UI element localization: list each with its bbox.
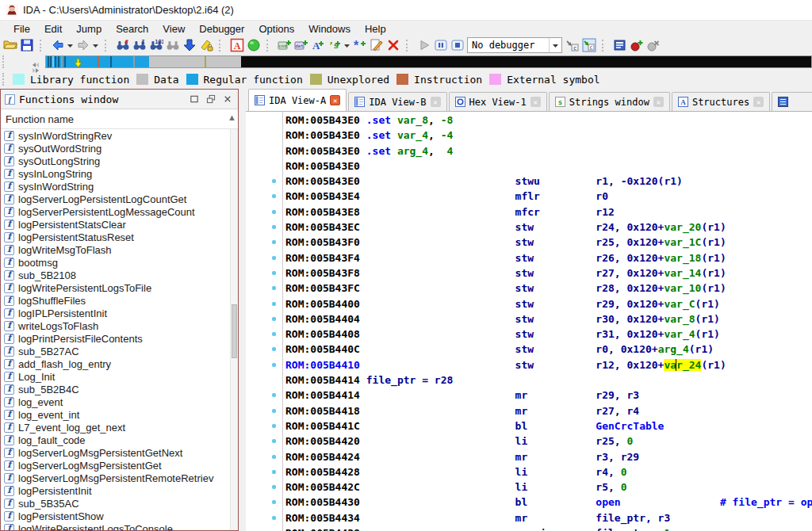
disasm-line[interactable]: ROM:005B4404 stw r30, 0x120+var_8(r1)	[246, 311, 812, 327]
tab-enums[interactable]	[772, 92, 812, 111]
jump-forward-icon[interactable]	[75, 37, 91, 53]
function-list-item[interactable]: fsub_5B2108	[1, 269, 238, 281]
breakpoint-list-icon[interactable]	[611, 37, 628, 53]
attach-to-process-icon[interactable]: c	[564, 37, 580, 53]
function-list-item[interactable]: fsysOutLongString	[1, 155, 238, 167]
make-code-icon[interactable]: cod	[276, 37, 293, 53]
menu-help[interactable]: Help	[358, 22, 393, 36]
nav-right-icon[interactable]	[32, 62, 40, 66]
undefine-icon[interactable]	[385, 37, 401, 53]
disasm-line[interactable]: ROM:005B43F4 stw r26, 0x120+var_18(r1)	[246, 250, 812, 266]
function-list-item[interactable]: fsysInWordString	[1, 180, 238, 193]
disasm-line[interactable]: ROM:005B43E8 mfcr r12	[246, 204, 812, 220]
make-name-icon[interactable]: A	[309, 37, 326, 53]
function-list-item[interactable]: fLog_Init	[1, 370, 238, 383]
menu-jump[interactable]: Jump	[69, 22, 109, 36]
tab-close-icon[interactable]: ✕	[530, 97, 541, 107]
disasm-line[interactable]: ROM:005B43F0 stw r25, 0x120+var_1C(r1)	[246, 235, 812, 250]
function-list-item[interactable]: fsub_5B27AC	[1, 345, 238, 357]
function-list-item[interactable]: flogIPLPersistentInit	[1, 307, 238, 319]
menu-edit[interactable]: Edit	[37, 22, 69, 36]
function-list-item[interactable]: flogServerLogMsgPersistentGet	[1, 459, 238, 472]
navigator-scroll-buttons[interactable]	[32, 56, 40, 66]
function-list-item[interactable]: flogPersistentInit	[1, 484, 238, 497]
disasm-line[interactable]: ROM:005B440C stw r0, 0x120+arg_4(r1)	[246, 342, 812, 357]
disasm-line[interactable]: ROM:005B4420 li r25, 0	[246, 434, 812, 449]
delete-breakpoint-icon[interactable]	[645, 37, 661, 53]
function-list-item[interactable]: flog_fault_code	[1, 434, 238, 446]
make-struct-icon[interactable]: *	[351, 37, 368, 53]
restore-window-icon[interactable]	[188, 94, 201, 105]
disasm-line[interactable]: ROM:005B441C bl GenCrcTable	[246, 418, 812, 434]
search-again-icon[interactable]	[164, 37, 181, 53]
function-list-item[interactable]: flogServerLogMsgPersistentGetNext	[1, 446, 238, 459]
disasm-line[interactable]: ROM:005B43E0	[246, 159, 812, 174]
stop-process-icon[interactable]	[449, 37, 465, 53]
search-text-icon[interactable]: I	[131, 37, 147, 53]
menu-search[interactable]: Search	[109, 22, 155, 36]
make-string-menu-icon[interactable]	[343, 37, 351, 53]
continue-process-icon[interactable]: c	[580, 37, 597, 53]
tab-structures[interactable]: AStructures✕	[672, 92, 770, 111]
menu-file[interactable]: File	[6, 22, 37, 36]
edit-function-icon[interactable]	[368, 37, 385, 53]
tab-close-icon[interactable]: ✕	[330, 95, 340, 105]
jump-back-icon[interactable]	[49, 37, 66, 53]
open-file-icon[interactable]	[2, 37, 18, 53]
function-name-column-header[interactable]: Function name ▲	[1, 109, 238, 129]
function-list-item[interactable]: flog_event_int	[1, 408, 238, 421]
function-list-item[interactable]: flogPersistentShow	[1, 510, 238, 522]
disasm-line[interactable]: ROM:005B442C li r5, 0	[246, 479, 812, 495]
function-list-item[interactable]: fsub_5B2B4C	[1, 383, 238, 395]
debugger-select[interactable]: No debugger	[467, 37, 562, 53]
tab-close-icon[interactable]: ✕	[753, 97, 764, 107]
highlight-toggle-icon[interactable]	[197, 37, 214, 53]
function-list-item[interactable]: fwriteLogsToFlash	[1, 319, 238, 332]
tab-close-icon[interactable]: ✕	[431, 97, 441, 107]
function-list-item[interactable]: flogWritePersistentLogsToConsole	[1, 522, 238, 530]
scroll-up-icon[interactable]: ▲	[228, 113, 236, 122]
search-names-icon[interactable]: #	[114, 37, 131, 53]
function-list-item[interactable]: flogServerPersistentLogMessageCount	[1, 205, 238, 218]
disasm-line[interactable]: ROM:005B4424 mr r3, r29	[246, 449, 812, 464]
function-list-item[interactable]: flog_event	[1, 395, 238, 408]
function-list-item[interactable]: flogPrintPersistFileContents	[1, 332, 238, 345]
disasm-line[interactable]: ROM:005B43E0 stwu r1, -0x120(r1)	[246, 174, 812, 189]
menu-view[interactable]: View	[155, 22, 192, 36]
pause-process-icon[interactable]	[432, 37, 449, 53]
disasm-line[interactable]: ROM:005B4438 cmpwi file_ptr, -1	[246, 525, 812, 531]
jump-forward-menu-icon[interactable]	[91, 37, 100, 53]
function-list-item[interactable]: fL7_event_log_get_next	[1, 421, 238, 434]
disasm-line[interactable]: ROM:005B4428 li r4, 0	[246, 464, 812, 479]
make-data-icon[interactable]: dat	[293, 37, 309, 53]
function-list-item[interactable]: flogServerLogMsgPersistentRemoteRetriev	[1, 472, 238, 484]
disasm-line[interactable]: ROM:005B4414 mr r29, r3	[246, 388, 812, 403]
function-list-item[interactable]: flogPersistentStatsClear	[1, 218, 238, 231]
function-list-item[interactable]: flogShuffleFiles	[1, 294, 238, 307]
float-window-icon[interactable]	[205, 94, 217, 105]
function-list-item[interactable]: fsysOutWordString	[1, 142, 238, 155]
functions-scrollbar[interactable]	[230, 129, 238, 530]
function-list-item[interactable]: flogWriteMsgToFlash	[1, 243, 238, 256]
disasm-line[interactable]: ROM:005B43E0 .set arg_4, 4	[246, 143, 812, 159]
analysis-badge-icon[interactable]: A	[228, 37, 245, 53]
function-list-item[interactable]: fsysInWordStringRev	[1, 129, 238, 142]
disasm-line[interactable]: ROM:005B4430 bl open # file_ptr = open	[246, 495, 812, 510]
disasm-line[interactable]: ROM:005B43F8 stw r27, 0x120+var_14(r1)	[246, 266, 812, 281]
analysis-indicator-icon[interactable]	[245, 37, 262, 53]
nav-left-icon[interactable]	[32, 56, 40, 60]
disasm-line[interactable]: ROM:005B43E4 mflr r0	[246, 189, 812, 204]
function-list-item[interactable]: fsub_5B35AC	[1, 497, 238, 510]
disasm-line[interactable]: ROM:005B43EC stw r24, 0x120+var_20(r1)	[246, 220, 812, 235]
function-list-item[interactable]: flogPersistentStatusReset	[1, 231, 238, 243]
tab-strings-window[interactable]: sStrings window✕	[549, 92, 670, 111]
disasm-line[interactable]: ROM:005B4408 stw r31, 0x120+var_4(r1)	[246, 327, 812, 342]
tab-ida-view-b[interactable]: IDA View-B✕	[348, 92, 446, 111]
disasm-line[interactable]: ROM:005B43E0 .set var_4, -4	[246, 128, 812, 143]
disasm-line[interactable]: ROM:005B4410 stw r12, 0x120+var_24(r1)	[246, 357, 812, 372]
menu-windows[interactable]: Windows	[301, 22, 358, 36]
make-string-icon[interactable]: ’s	[326, 37, 343, 53]
menu-options[interactable]: Options	[251, 22, 301, 36]
disasm-line[interactable]: ROM:005B43FC stw r28, 0x120+var_10(r1)	[246, 281, 812, 296]
panel-splitter[interactable]	[239, 89, 246, 531]
